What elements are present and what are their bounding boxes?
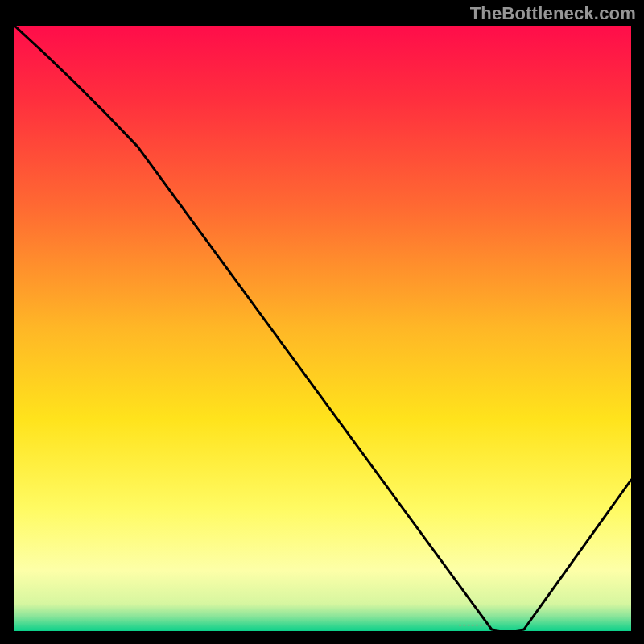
optimal-marker: -------- xyxy=(459,619,492,629)
plot-area: -------- xyxy=(14,26,631,631)
chart-container: TheBottleneck.com ------- xyxy=(0,0,644,644)
watermark-text: TheBottleneck.com xyxy=(470,3,636,24)
chart-svg xyxy=(14,26,631,631)
gradient-background xyxy=(14,26,631,631)
